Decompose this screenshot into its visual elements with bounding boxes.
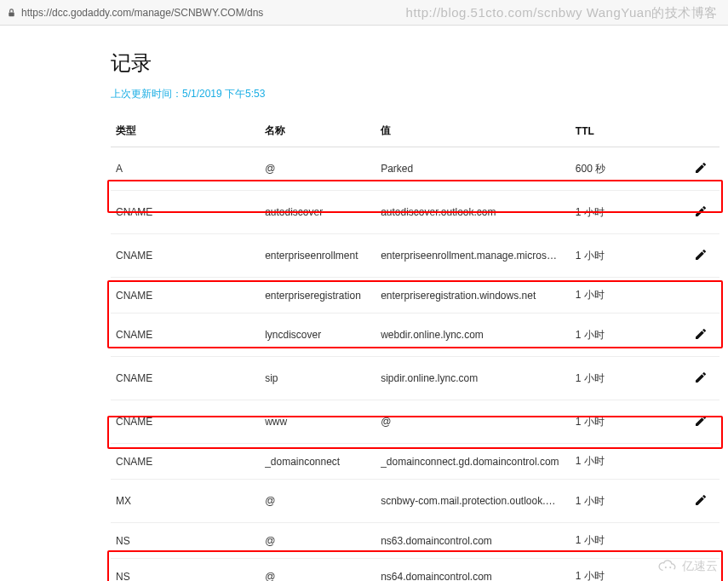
cell-value: scnbwy-com.mail.protection.outlook.com （… <box>375 480 570 523</box>
cell-actions <box>685 400 719 444</box>
lock-icon <box>7 8 16 18</box>
cell-value: Parked <box>375 147 570 191</box>
cell-type: CNAME <box>111 357 260 400</box>
cell-ttl: 1 小时 <box>570 400 685 444</box>
cell-value: @ <box>375 400 570 444</box>
cell-ttl: 1 小时 <box>570 523 685 559</box>
cell-value: autodiscover.outlook.com <box>375 191 570 234</box>
cell-value: webdir.online.lync.com <box>375 314 570 357</box>
table-row: CNAME sip sipdir.online.lync.com 1 小时 <box>111 357 719 400</box>
cell-type: CNAME <box>111 314 260 357</box>
footer-brand: 亿速云 <box>656 559 718 574</box>
table-row: MX @ scnbwy-com.mail.protection.outlook.… <box>111 480 719 523</box>
cell-name: sip <box>260 357 375 400</box>
cell-ttl: 1 小时 <box>570 278 685 314</box>
cell-name: www <box>260 400 375 444</box>
cell-type: CNAME <box>111 278 260 314</box>
table-row: CNAME www @ 1 小时 <box>111 400 719 444</box>
dns-records-table: 类型 名称 值 TTL A @ Parked 600 秒 CNAME autod… <box>111 115 719 581</box>
dns-records-page: 记录 上次更新时间：5/1/2019 下午5:53 类型 名称 值 TTL A … <box>0 26 728 581</box>
edit-button[interactable] <box>690 158 712 180</box>
cell-ttl: 1 小时 <box>570 314 685 357</box>
table-row: CNAME lyncdiscover webdir.online.lync.co… <box>111 314 719 357</box>
pencil-icon <box>694 327 708 343</box>
cell-ttl: 1 小时 <box>570 444 685 480</box>
edit-button[interactable] <box>690 244 712 267</box>
svg-point-2 <box>669 567 671 568</box>
col-header-type[interactable]: 类型 <box>111 115 260 147</box>
table-header-row: 类型 名称 值 TTL <box>111 115 719 147</box>
edit-button[interactable] <box>690 201 712 223</box>
pencil-icon <box>694 204 708 221</box>
dns-table-wrap: 类型 名称 值 TTL A @ Parked 600 秒 CNAME autod… <box>111 115 728 581</box>
cell-ttl: 1 小时 <box>570 234 685 278</box>
blog-watermark: http://blog.51cto.com/scnbwy WangYuan的技术… <box>406 5 718 21</box>
cell-type: CNAME <box>111 234 260 278</box>
pencil-icon <box>694 248 708 264</box>
cell-type: NS <box>111 559 260 582</box>
cell-name: _domainconnect <box>260 444 375 480</box>
edit-button[interactable] <box>690 324 712 346</box>
col-header-value[interactable]: 值 <box>375 115 570 147</box>
table-row: A @ Parked 600 秒 <box>111 147 719 191</box>
pencil-icon <box>694 371 708 387</box>
cell-type: A <box>111 147 260 191</box>
cell-name: enterpriseenrollment <box>260 234 375 278</box>
page-title: 记录 <box>111 49 728 77</box>
cell-actions <box>685 444 719 480</box>
table-row: CNAME autodiscover autodiscover.outlook.… <box>111 191 719 234</box>
cell-type: CNAME <box>111 191 260 234</box>
col-header-name[interactable]: 名称 <box>260 115 375 147</box>
last-updated-prefix: 上次更新时间： <box>111 88 182 100</box>
cell-actions <box>685 234 719 278</box>
cell-actions <box>685 357 719 400</box>
edit-button[interactable] <box>690 490 712 512</box>
table-row: NS @ ns63.domaincontrol.com 1 小时 <box>111 523 719 559</box>
cell-name: @ <box>260 523 375 559</box>
cell-type: CNAME <box>111 444 260 480</box>
cell-ttl: 1 小时 <box>570 191 685 234</box>
cell-type: MX <box>111 480 260 523</box>
cell-actions <box>685 278 719 314</box>
cell-ttl: 600 秒 <box>570 147 685 191</box>
cell-ttl: 1 小时 <box>570 357 685 400</box>
cell-actions <box>685 191 719 234</box>
cell-value: enterpriseenrollment.manage.microsoft.co… <box>375 234 570 278</box>
table-row: CNAME enterpriseenrollment enterpriseenr… <box>111 234 719 278</box>
cell-name: @ <box>260 147 375 191</box>
cell-ttl: 1 小时 <box>570 480 685 523</box>
cell-name: lyncdiscover <box>260 314 375 357</box>
cell-name: autodiscover <box>260 191 375 234</box>
svg-point-1 <box>665 567 667 568</box>
table-row: CNAME enterpriseregistration enterpriser… <box>111 278 719 314</box>
table-row: NS @ ns64.domaincontrol.com 1 小时 <box>111 559 719 582</box>
cell-name: enterpriseregistration <box>260 278 375 314</box>
cell-value: enterpriseregistration.windows.net <box>375 278 570 314</box>
col-header-ttl[interactable]: TTL <box>570 115 685 147</box>
last-updated-value: 5/1/2019 下午5:53 <box>182 88 265 100</box>
edit-button[interactable] <box>690 411 712 433</box>
cell-actions <box>685 523 719 559</box>
edit-button[interactable] <box>690 367 712 389</box>
cell-name: @ <box>260 559 375 582</box>
cell-value: sipdir.online.lync.com <box>375 357 570 400</box>
svg-rect-0 <box>9 12 14 16</box>
cell-actions <box>685 314 719 357</box>
col-header-actions <box>685 115 719 147</box>
pencil-icon <box>694 414 708 430</box>
footer-brand-text: 亿速云 <box>682 559 718 574</box>
pencil-icon <box>694 493 708 509</box>
cell-actions <box>685 480 719 523</box>
cloud-icon <box>656 560 679 573</box>
cell-type: CNAME <box>111 400 260 444</box>
cell-name: @ <box>260 480 375 523</box>
cell-value: ns63.domaincontrol.com <box>375 523 570 559</box>
table-row: CNAME _domainconnect _domainconnect.gd.d… <box>111 444 719 480</box>
cell-type: NS <box>111 523 260 559</box>
address-url: https://dcc.godaddy.com/manage/SCNBWY.CO… <box>21 7 263 19</box>
pencil-icon <box>694 161 708 177</box>
cell-value: ns64.domaincontrol.com <box>375 559 570 582</box>
cell-actions <box>685 147 719 191</box>
cell-value: _domainconnect.gd.domaincontrol.com <box>375 444 570 480</box>
last-updated: 上次更新时间：5/1/2019 下午5:53 <box>111 87 728 101</box>
